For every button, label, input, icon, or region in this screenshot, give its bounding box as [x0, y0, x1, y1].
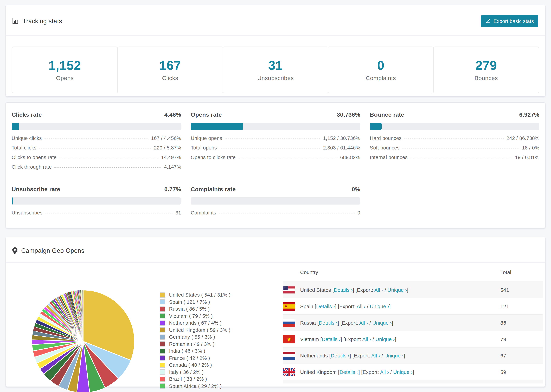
- tracking-stats-title: Tracking stats: [23, 18, 62, 25]
- export-icon: [486, 18, 491, 24]
- rate-value: 6.927%: [519, 112, 539, 118]
- geo-total-cell: 541: [500, 287, 543, 293]
- rate-progress-bar: [12, 197, 181, 204]
- rate-head-unsubscribe-rate: Unsubscribe rate0.77%: [12, 186, 181, 193]
- rate-value: 0%: [352, 186, 360, 193]
- legend-label: France ( 42 / 2% ): [169, 355, 210, 361]
- details-link-united-states[interactable]: Details ›: [334, 287, 353, 293]
- geo-table-row-russia: Russia [Details ›] [Export: All › / Uniq…: [283, 315, 543, 331]
- legend-item-germany: Germany ( 55 / 3% ): [160, 334, 231, 341]
- export-unique-link-russia[interactable]: Unique ›: [372, 320, 392, 326]
- export-unique-link-united-kingdom[interactable]: Unique ›: [393, 369, 413, 375]
- export-unique-link-spain[interactable]: Unique ›: [370, 303, 389, 309]
- rate-title: Opens rate: [191, 112, 222, 118]
- rate-rows: Complaints0: [191, 210, 360, 220]
- export-label: ] [Export:: [340, 336, 362, 342]
- bracket: ]: [413, 369, 414, 375]
- stat-box-unsubscribes: 31Unsubscribes: [223, 47, 328, 93]
- dotted-leader: [402, 148, 519, 148]
- details-link-spain[interactable]: Details ›: [316, 303, 335, 309]
- legend-label: India ( 46 / 3% ): [169, 348, 205, 354]
- legend-item-italy: Italy ( 36 / 2% ): [160, 369, 231, 376]
- rate-row-value: 689.82%: [340, 155, 360, 160]
- rate-row-internal-bounces: Internal bounces19 / 6.81%: [370, 155, 539, 164]
- geo-opens-pie-chart[interactable]: [30, 288, 137, 392]
- legend-swatch: [160, 335, 165, 340]
- export-unique-link-netherlands[interactable]: Unique ›: [384, 353, 404, 358]
- rate-row-label: Internal bounces: [370, 155, 408, 160]
- details-link-russia[interactable]: Details ›: [319, 320, 338, 326]
- country-name: Vietnam: [300, 336, 319, 342]
- legend-label: United Kingdom ( 59 / 3% ): [169, 327, 231, 333]
- legend-swatch: [160, 370, 165, 375]
- rate-section-bounce-rate: Bounce rate6.927%Hard bounces242 / 86.73…: [370, 112, 539, 174]
- export-all-link-vietnam[interactable]: All ›: [362, 336, 371, 342]
- export-all-link-netherlands[interactable]: All ›: [371, 353, 380, 358]
- bracket: [: [316, 320, 319, 326]
- export-all-link-russia[interactable]: All ›: [359, 320, 368, 326]
- stat-value-opens: 1,152: [49, 58, 81, 73]
- slash: /: [389, 369, 393, 375]
- dotted-leader: [404, 139, 504, 139]
- geo-country-cell: Spain [Details ›] [Export: All › / Uniqu…: [300, 303, 500, 309]
- rate-head-opens-rate: Opens rate30.736%: [191, 112, 360, 118]
- geo-total-cell: 86: [500, 320, 543, 326]
- export-basic-stats-button[interactable]: Export basic stats: [481, 15, 538, 27]
- legend-swatch: [160, 321, 165, 326]
- bracket: [: [331, 287, 334, 293]
- bracket: ]: [395, 336, 396, 342]
- slash: /: [371, 336, 375, 342]
- stat-value-clicks: 167: [159, 58, 181, 73]
- rate-row-label: Unique opens: [191, 135, 222, 141]
- rate-section-unsubscribe-rate: Unsubscribe rate0.77%Unsubscribes31: [12, 186, 181, 220]
- rates-grid: Clicks rate4.46%Unique clicks167 / 4.456…: [6, 103, 545, 220]
- export-all-link-united-kingdom[interactable]: All ›: [380, 369, 389, 375]
- legend-label: Germany ( 55 / 3% ): [169, 334, 215, 340]
- stat-label-unsubscribes: Unsubscribes: [257, 75, 294, 82]
- rate-value: 30.736%: [337, 112, 360, 118]
- rate-head-complaints-rate: Complaints rate0%: [191, 186, 360, 193]
- bracket: [: [328, 353, 331, 358]
- export-all-link-spain[interactable]: All ›: [357, 303, 366, 309]
- us-flag-icon: [283, 286, 300, 294]
- es-flag-icon: [283, 302, 300, 310]
- rate-row-value: 167 / 4.456%: [151, 135, 181, 141]
- slash: /: [383, 287, 387, 293]
- country-name: United Kingdom: [300, 369, 337, 375]
- export-unique-link-united-states[interactable]: Unique ›: [387, 287, 407, 293]
- geo-table-row-netherlands: Netherlands [Details ›] [Export: All › /…: [283, 348, 543, 364]
- geo-table-row-spain: Spain [Details ›] [Export: All › / Uniqu…: [283, 298, 543, 315]
- dotted-leader: [225, 139, 320, 139]
- geo-country-cell: Netherlands [Details ›] [Export: All › /…: [300, 353, 500, 358]
- stat-label-bounces: Bounces: [474, 75, 498, 82]
- bracket: ]: [392, 320, 393, 326]
- legend-item-united-kingdom: United Kingdom ( 59 / 3% ): [160, 327, 231, 334]
- legend-swatch: [160, 314, 165, 319]
- geo-table-row-united-states: United States [Details ›] [Export: All ›…: [283, 282, 543, 298]
- export-unique-link-vietnam[interactable]: Unique ›: [375, 336, 395, 342]
- rate-section-clicks-rate: Clicks rate4.46%Unique clicks167 / 4.456…: [12, 112, 181, 174]
- stat-box-complaints: 0Complaints: [328, 47, 434, 93]
- stat-value-complaints: 0: [377, 58, 384, 73]
- legend-item-vietnam: Vietnam ( 79 / 5% ): [160, 313, 231, 320]
- rate-row-label: Clicks to opens rate: [12, 155, 57, 160]
- legend-swatch: [160, 384, 165, 389]
- details-link-united-kingdom[interactable]: Details ›: [339, 369, 358, 375]
- dotted-leader: [59, 158, 158, 158]
- rate-row-label: Unique clicks: [12, 135, 42, 141]
- legend-swatch: [160, 293, 165, 298]
- rate-row-value: 1,152 / 30.736%: [323, 135, 360, 141]
- rate-progress-bar: [191, 123, 360, 130]
- details-link-vietnam[interactable]: Details ›: [322, 336, 340, 342]
- details-link-netherlands[interactable]: Details ›: [331, 353, 349, 358]
- geo-country-cell: Russia [Details ›] [Export: All › / Uniq…: [300, 320, 500, 326]
- rate-head-clicks-rate: Clicks rate4.46%: [12, 112, 181, 118]
- legend-label: Russia ( 86 / 5% ): [169, 306, 210, 312]
- geo-country-cell: Vietnam [Details ›] [Export: All › / Uni…: [300, 336, 500, 342]
- geo-total-cell: 121: [500, 303, 543, 309]
- slash: /: [366, 303, 370, 309]
- rate-row-label: Opens to clicks rate: [191, 155, 236, 160]
- export-label: ] [Export:: [358, 369, 380, 375]
- rate-row-click-through-rate: Click through rate4.147%: [12, 164, 181, 174]
- export-all-link-united-states[interactable]: All ›: [374, 287, 383, 293]
